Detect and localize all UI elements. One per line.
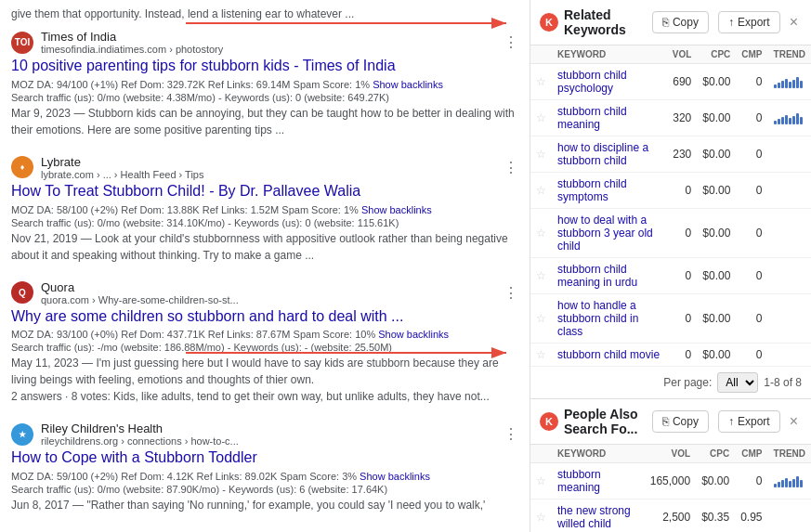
result-snippet-quora: May 11, 2023 — I'm just guessing here bu…	[11, 355, 518, 388]
result-traffic-riley: Search traffic (us): 0/mo (website: 87.9…	[11, 484, 518, 495]
col-trend-1: TREND	[768, 45, 811, 64]
result-traffic-quora: Search traffic (us): -/mo (website: 186.…	[11, 342, 518, 353]
copy-icon-1: ⎘	[662, 16, 669, 29]
people-also-copy-button[interactable]: ⎘ Copy	[652, 410, 709, 433]
result-meta-quora: MOZ DA: 93/100 (+0%) Ref Dom: 437.71K Re…	[11, 329, 518, 340]
result-traffic-lybrate: Search traffic (us): 0/mo (website: 314.…	[11, 217, 518, 228]
site-name-toi: Times of India	[41, 30, 496, 44]
result-traffic-toi: Search traffic (us): 0/mo (website: 4.38…	[11, 92, 518, 103]
kw-vol-rk-4: 0	[667, 209, 698, 258]
kw-cmp-rk-5: 0	[736, 258, 767, 294]
kw-vol-pas-1: 2,500	[645, 500, 696, 533]
result-title-lybrate[interactable]: How To Treat Stubborn Child! - By Dr. Pa…	[11, 182, 518, 201]
kw-name-rk-3[interactable]: stubborn child symptoms	[552, 173, 667, 209]
left-panel: give them that opportunity. Instead, len…	[0, 0, 530, 532]
result-snippet-toi: Mar 9, 2023 — Stubborn kids can be annoy…	[11, 105, 518, 138]
kw-name-rk-5[interactable]: stubborn child meaning in urdu	[552, 258, 667, 294]
star-cell-rk-7[interactable]: ☆	[530, 344, 552, 367]
star-cell-rk-4[interactable]: ☆	[530, 209, 552, 258]
col-keyword-1: KEYWORD	[552, 45, 667, 64]
per-page-label-1: Per page:	[663, 376, 712, 389]
export-icon-1: ↑	[728, 16, 734, 29]
backlinks-riley[interactable]: Show backlinks	[360, 471, 430, 482]
star-cell-rk-6[interactable]: ☆	[530, 294, 552, 344]
kw-vol-rk-5: 0	[667, 258, 698, 294]
search-results-panel: give them that opportunity. Instead, len…	[0, 0, 530, 532]
rk-row-3: ☆ stubborn child symptoms 0 $0.00 0	[530, 173, 811, 209]
kw-cpc-rk-1: $0.00	[697, 100, 736, 136]
kw-name-rk-7[interactable]: stubborn child movie	[552, 344, 667, 367]
trend-bar	[774, 111, 805, 124]
trend-bar	[774, 75, 805, 88]
kw-trend-rk-2	[768, 136, 811, 173]
more-icon-riley[interactable]: ⋮	[504, 425, 518, 443]
col-cpc-2: CPC	[696, 445, 735, 463]
people-also-search-widget: K People Also Search Fo... ⎘ Copy ↑ Expo…	[530, 399, 811, 532]
kw-name-rk-2[interactable]: how to discipline a stubborn child	[552, 136, 667, 173]
kw-name-rk-6[interactable]: how to handle a stubborn child in class	[552, 294, 667, 344]
per-page-row-1: Per page: All 1-8 of 8	[530, 367, 811, 398]
rk-row-2: ☆ how to discipline a stubborn child 230…	[530, 136, 811, 173]
favicon-toi: TOI	[11, 32, 33, 54]
more-icon-quora[interactable]: ⋮	[504, 284, 518, 302]
result-snippet-lybrate: Nov 21, 2019 — Look at your child's stub…	[11, 230, 518, 264]
backlinks-lybrate[interactable]: Show backlinks	[361, 204, 432, 215]
star-cell-rk-1[interactable]: ☆	[530, 100, 552, 136]
star-cell-rk-0[interactable]: ☆	[530, 64, 552, 100]
kw-cmp-rk-2: 0	[736, 136, 767, 173]
kw-name-pas-0[interactable]: stubborn meaning	[552, 463, 645, 500]
rk-row-1: ☆ stubborn child meaning 320 $0.00 0	[530, 100, 811, 136]
kw-cmp-rk-6: 0	[736, 294, 767, 344]
kw-cmp-rk-0: 0	[736, 64, 767, 100]
kw-trend-rk-1	[768, 100, 811, 136]
kw-name-rk-1[interactable]: stubborn child meaning	[552, 100, 667, 136]
favicon-quora: Q	[11, 281, 33, 304]
backlinks-quora[interactable]: Show backlinks	[378, 329, 449, 340]
star-cell-rk-2[interactable]: ☆	[530, 136, 552, 173]
kw-cpc-rk-4: $0.00	[697, 209, 736, 258]
star-cell-pas-0[interactable]: ☆	[530, 463, 552, 500]
truncated-top-text: give them that opportunity. Instead, len…	[11, 7, 518, 20]
kw-trend-rk-6	[768, 294, 811, 344]
star-cell-pas-1[interactable]: ☆	[530, 500, 552, 533]
people-also-title: People Also Search Fo...	[564, 407, 643, 436]
people-also-export-button[interactable]: ↑ Export	[718, 410, 780, 433]
related-keywords-export-button[interactable]: ↑ Export	[718, 11, 780, 33]
more-icon-lybrate[interactable]: ⋮	[504, 159, 518, 176]
copy-icon-2: ⎘	[662, 415, 669, 428]
people-also-close-button[interactable]: ×	[786, 413, 802, 430]
result-title-quora[interactable]: Why are some children so stubborn and ha…	[11, 307, 518, 327]
kw-name-rk-4[interactable]: how to deal with a stubborn 3 year old c…	[552, 209, 667, 258]
people-also-search-header: K People Also Search Fo... ⎘ Copy ↑ Expo…	[530, 399, 811, 445]
kw-cmp-rk-4: 0	[736, 209, 767, 258]
result-snippet-riley: Jun 8, 2017 — "Rather than saying 'No ru…	[11, 497, 518, 513]
related-keywords-close-button[interactable]: ×	[786, 14, 802, 31]
per-page-select-1[interactable]: All	[717, 372, 758, 393]
kw-name-rk-0[interactable]: stubborn child psychology	[552, 64, 667, 100]
kw-name-pas-1[interactable]: the new strong willed child	[552, 500, 645, 533]
more-icon-toi[interactable]: ⋮	[504, 33, 518, 51]
search-result-quora: Q Quora quora.com › Why-are-some-childre…	[11, 280, 518, 406]
kw-trend-rk-7	[768, 344, 811, 367]
star-cell-rk-3[interactable]: ☆	[530, 173, 552, 209]
related-keywords-header: K Related Keywords ⎘ Copy ↑ Export ×	[530, 0, 811, 45]
site-url-riley: rileychildrens.org › connections › how-t…	[41, 435, 496, 447]
result-title-toi[interactable]: 10 positive parenting tips for stubborn …	[11, 57, 518, 76]
kw-cmp-rk-3: 0	[736, 173, 767, 209]
favicon-riley: ★	[11, 423, 33, 446]
right-panel: K Related Keywords ⎘ Copy ↑ Export × KEY…	[530, 0, 811, 532]
related-keywords-copy-button[interactable]: ⎘ Copy	[652, 11, 709, 33]
kw-cpc-rk-6: $0.00	[697, 294, 736, 344]
related-keywords-icon: K	[540, 13, 558, 32]
star-cell-rk-5[interactable]: ☆	[530, 258, 552, 294]
backlinks-toi[interactable]: Show backlinks	[373, 79, 443, 90]
result-extra-quora: 2 answers · 8 votes: Kids, like adults, …	[11, 388, 518, 405]
site-url-lybrate: lybrate.com › ... › Health Feed › Tips	[41, 169, 496, 180]
kw-trend-rk-0	[768, 64, 811, 100]
kw-vol-pas-0: 165,000	[645, 463, 696, 500]
col-cmp-1: CMP	[736, 45, 767, 64]
result-title-riley[interactable]: How to Cope with a Stubborn Toddler	[11, 448, 518, 468]
search-result-lybrate: ♦ Lybrate lybrate.com › ... › Health Fee…	[11, 155, 518, 264]
col-trend-2: TREND	[768, 445, 811, 463]
rk-row-7: ☆ stubborn child movie 0 $0.00 0	[530, 344, 811, 367]
